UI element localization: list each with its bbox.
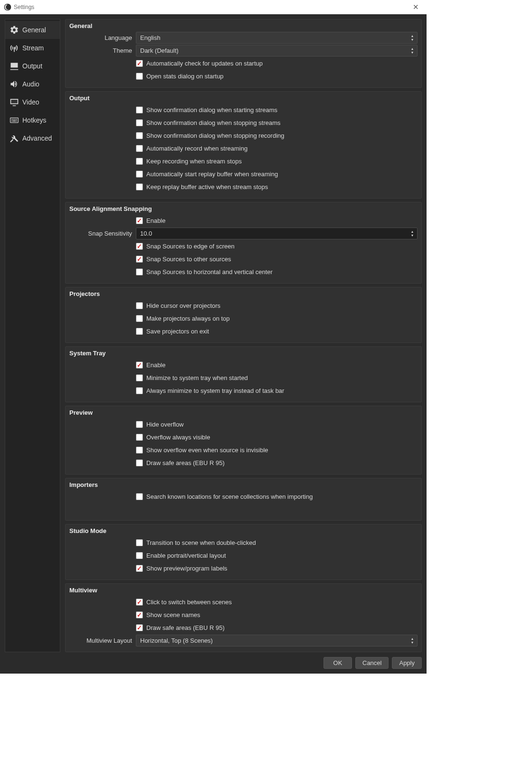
speaker-icon	[9, 79, 19, 89]
group-general: General Language English ▴▾ Theme	[65, 19, 422, 88]
sidebar-item-label: Hotkeys	[22, 116, 47, 124]
select-value: Horizontal, Top (8 Scenes)	[140, 637, 213, 644]
dialog-footer: OK Cancel Apply	[5, 652, 422, 669]
auto-replay-buffer-checkbox[interactable]	[136, 171, 143, 178]
checkbox-label: Hide cursor over projectors	[146, 302, 220, 309]
sidebar-item-label: Output	[22, 62, 42, 70]
proj-save-checkbox[interactable]	[136, 328, 143, 335]
sidebar-item-stream[interactable]: Stream	[5, 39, 60, 57]
snap-sensitivity-spinbox[interactable]: 10.0 ▴▾	[136, 228, 418, 239]
confirm-stop-record-checkbox[interactable]	[136, 132, 143, 139]
checkbox-label: Minimize to system tray when started	[146, 374, 248, 381]
snap-sensitivity-label: Snap Sensitivity	[69, 230, 136, 237]
language-label: Language	[69, 34, 136, 41]
checkbox-label: Show scene names	[146, 611, 200, 618]
select-value: English	[140, 34, 161, 41]
group-title: General	[69, 22, 418, 29]
auto-record-checkbox[interactable]	[136, 145, 143, 152]
sidebar-item-label: Advanced	[22, 134, 52, 142]
checkbox-label: Snap Sources to horizontal and vertical …	[146, 268, 273, 276]
checkbox-label: Save projectors on exit	[146, 328, 209, 335]
studio-labels-checkbox[interactable]	[136, 565, 143, 572]
sidebar-item-general[interactable]: General	[5, 21, 60, 39]
checkbox-label: Open stats dialog on startup	[146, 73, 224, 80]
checkbox-label: Show confirmation dialog when stopping r…	[146, 132, 285, 139]
settings-sidebar: General Stream Output	[5, 19, 60, 652]
group-title: System Tray	[69, 350, 418, 357]
checkbox-label: Enable	[146, 361, 165, 369]
checkbox-label: Always minimize to system tray instead o…	[146, 387, 284, 394]
proj-ontop-checkbox[interactable]	[136, 315, 143, 322]
checkbox-label: Show confirmation dialog when stopping s…	[146, 119, 281, 126]
confirm-start-stream-checkbox[interactable]	[136, 106, 143, 114]
theme-label: Theme	[69, 47, 136, 54]
group-title: Source Alignment Snapping	[69, 205, 418, 212]
confirm-stop-stream-checkbox[interactable]	[136, 119, 143, 126]
checkbox-label: Automatically check for updates on start…	[146, 60, 263, 67]
checkbox-label: Show preview/program labels	[146, 565, 228, 572]
keep-replay-buffer-checkbox[interactable]	[136, 183, 143, 190]
open-stats-checkbox[interactable]	[136, 73, 143, 80]
antenna-icon	[9, 43, 19, 53]
studio-transition-checkbox[interactable]	[136, 539, 143, 546]
keep-recording-checkbox[interactable]	[136, 158, 143, 165]
group-importers: Importers Search known locations for sce…	[65, 478, 422, 521]
snap-other-checkbox[interactable]	[136, 256, 143, 263]
preview-always-ovf-checkbox[interactable]	[136, 434, 143, 441]
snap-edge-checkbox[interactable]	[136, 243, 143, 250]
sidebar-item-output[interactable]: Output	[5, 57, 60, 75]
sidebar-item-advanced[interactable]: Advanced	[5, 129, 60, 147]
cancel-button[interactable]: Cancel	[355, 657, 389, 669]
checkbox-label: Show overflow even when source is invisi…	[146, 447, 268, 454]
theme-select[interactable]: Dark (Default) ▴▾	[136, 45, 418, 57]
tray-min-start-checkbox[interactable]	[136, 374, 143, 381]
checkbox-label: Overflow always visible	[146, 434, 210, 441]
updown-icon: ▴▾	[409, 46, 415, 55]
multiview-safe-checkbox[interactable]	[136, 624, 143, 631]
updown-icon: ▴▾	[409, 636, 415, 645]
updown-icon: ▴▾	[409, 33, 415, 42]
svg-rect-2	[11, 100, 17, 104]
language-select[interactable]: English ▴▾	[136, 32, 418, 44]
checkbox-label: Hide overflow	[146, 421, 184, 428]
group-output: Output Show confirmation dialog when sta…	[65, 91, 422, 199]
studio-portrait-checkbox[interactable]	[136, 552, 143, 559]
settings-main: General Language English ▴▾ Theme	[60, 19, 422, 652]
tray-enable-checkbox[interactable]	[136, 361, 143, 369]
multiview-click-checkbox[interactable]	[136, 599, 143, 606]
obs-logo-icon	[4, 3, 11, 11]
ok-button[interactable]: OK	[323, 657, 352, 669]
titlebar: Settings ✕	[0, 0, 427, 14]
content-area: General Stream Output	[0, 14, 427, 674]
tray-always-min-checkbox[interactable]	[136, 387, 143, 394]
sidebar-item-label: Video	[22, 98, 39, 106]
settings-window: Settings ✕ General Stream	[0, 0, 427, 674]
sidebar-item-audio[interactable]: Audio	[5, 75, 60, 93]
importers-scan-checkbox[interactable]	[136, 493, 143, 500]
group-preview: Preview Hide overflow Overflow always vi…	[65, 406, 422, 475]
snap-enable-checkbox[interactable]	[136, 217, 143, 224]
multiview-layout-label: Multiview Layout	[69, 637, 136, 644]
group-snapping: Source Alignment Snapping Enable Snap Se…	[65, 202, 422, 284]
checkbox-label: Search known locations for scene collect…	[146, 493, 313, 500]
snap-center-checkbox[interactable]	[136, 268, 143, 276]
checkbox-label: Keep replay buffer active when stream st…	[146, 183, 268, 190]
preview-safe-areas-checkbox[interactable]	[136, 459, 143, 466]
multiview-layout-select[interactable]: Horizontal, Top (8 Scenes) ▴▾	[136, 635, 418, 647]
group-title: Preview	[69, 409, 418, 416]
auto-update-checkbox[interactable]	[136, 60, 143, 67]
preview-inv-ovf-checkbox[interactable]	[136, 447, 143, 454]
group-title: Studio Mode	[69, 527, 418, 534]
sidebar-item-hotkeys[interactable]: Hotkeys	[5, 111, 60, 129]
multiview-names-checkbox[interactable]	[136, 611, 143, 618]
gear-icon	[9, 25, 19, 35]
apply-button[interactable]: Apply	[392, 657, 422, 669]
group-projectors: Projectors Hide cursor over projectors M…	[65, 287, 422, 343]
proj-hide-cursor-checkbox[interactable]	[136, 302, 143, 309]
close-icon[interactable]: ✕	[409, 1, 423, 13]
preview-hide-ovf-checkbox[interactable]	[136, 421, 143, 428]
sidebar-item-video[interactable]: Video	[5, 93, 60, 111]
keyboard-icon	[9, 115, 19, 125]
window-title: Settings	[14, 4, 34, 10]
sidebar-item-label: Audio	[22, 80, 39, 88]
